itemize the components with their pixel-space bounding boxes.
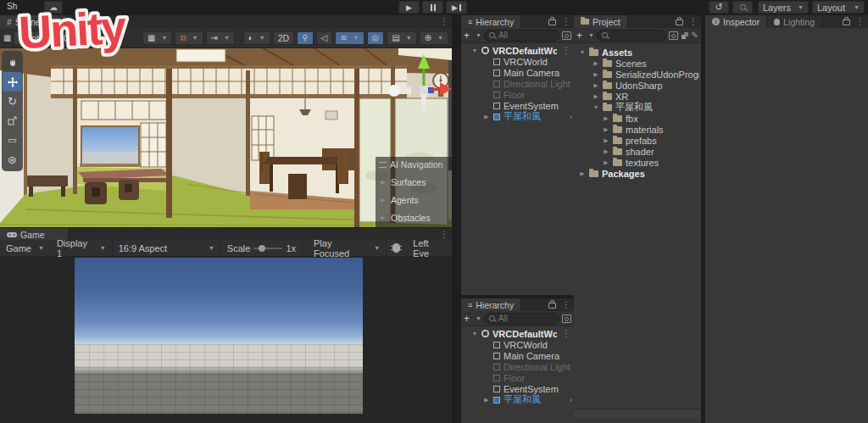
create-button[interactable]: +: [576, 31, 582, 41]
project-folder[interactable]: ▶ SerializedUdonProgra: [574, 69, 701, 80]
foldout-icon[interactable]: ▶: [603, 148, 609, 155]
splitter-vertical[interactable]: [452, 15, 461, 423]
tab-hierarchy[interactable]: ≡ Hierarchy: [461, 15, 521, 28]
rect-tool[interactable]: ▭: [3, 131, 22, 150]
aspect-ratio-dropdown[interactable]: 16:9 Aspect▼: [113, 240, 221, 256]
layout-dropdown[interactable]: Layout▼: [812, 1, 865, 14]
tab-inspector[interactable]: i Inspector: [705, 15, 767, 28]
chevron-down-icon[interactable]: ▼: [476, 315, 481, 321]
scene-audio-toggle[interactable]: ◁: [316, 31, 333, 45]
hierarchy-item-disabled[interactable]: Floor: [461, 89, 574, 100]
scene-visibility-toggle[interactable]: ◎: [367, 31, 385, 45]
undo-history-button[interactable]: ↺: [709, 1, 729, 14]
left-eye-dropdown[interactable]: Left Eye: [407, 240, 452, 256]
layers-dropdown[interactable]: Layers▼: [758, 1, 809, 14]
foldout-icon[interactable]: ▶: [483, 114, 490, 120]
hand-tool[interactable]: [3, 53, 22, 72]
foldout-open-icon[interactable]: ▼: [593, 104, 599, 110]
foldout-icon[interactable]: ▶: [603, 115, 609, 122]
hierarchy-panel-menu[interactable]: ⋮: [559, 298, 574, 311]
display-dropdown[interactable]: Display 1▼: [51, 240, 113, 256]
foldout-icon[interactable]: ▶: [603, 126, 609, 133]
project-folder-root[interactable]: ▼ Assets: [574, 47, 701, 58]
hierarchy-item-disabled[interactable]: Floor: [461, 372, 574, 383]
foldout-icon[interactable]: ▶: [593, 60, 599, 67]
tab-project[interactable]: Project: [574, 15, 628, 28]
ai-nav-agents[interactable]: ▶ Agents: [376, 195, 452, 205]
tab-lighting[interactable]: Lighting: [767, 15, 822, 28]
hierarchy-item-disabled[interactable]: Directional Light: [461, 78, 574, 89]
pivot-toggle-button[interactable]: Pivot▼: [14, 31, 55, 45]
project-folder[interactable]: ▶ textures: [574, 157, 701, 168]
foldout-icon[interactable]: ▶: [603, 137, 609, 144]
move-tool[interactable]: [3, 72, 22, 92]
project-panel-menu[interactable]: ⋮: [686, 15, 701, 28]
hierarchy-item[interactable]: Main Camera: [461, 67, 574, 78]
scene-options-menu[interactable]: ⋮: [560, 46, 572, 55]
scene-options-menu[interactable]: ⋮: [560, 329, 572, 338]
global-toggle-button[interactable]: Global▼: [58, 31, 106, 45]
lock-icon[interactable]: [676, 19, 683, 25]
gizmos-dropdown[interactable]: ⊕▼: [420, 31, 448, 45]
project-folder[interactable]: ▶ shader: [574, 146, 701, 157]
transform-tool[interactable]: ⊛: [3, 150, 22, 170]
prefab-open-arrow[interactable]: ›: [570, 113, 572, 121]
debug-button[interactable]: [387, 240, 407, 256]
lock-icon[interactable]: [548, 19, 556, 25]
project-search-input[interactable]: [597, 30, 666, 42]
lock-icon[interactable]: [548, 303, 556, 309]
scene-orientation-gizmo[interactable]: [377, 50, 452, 118]
hierarchy-item[interactable]: VRCWorld: [461, 56, 574, 67]
hierarchy-panel-menu[interactable]: ⋮: [559, 15, 574, 28]
foldout-icon[interactable]: ▶: [593, 82, 599, 89]
prefab-open-arrow[interactable]: ›: [570, 396, 572, 404]
hierarchy-item-disabled[interactable]: Directional Light: [461, 361, 574, 372]
scale-tool[interactable]: [3, 111, 22, 131]
play-focused-dropdown[interactable]: Play Focused▼: [308, 240, 387, 256]
foldout-open-icon[interactable]: ▼: [471, 331, 478, 337]
shading-mode-dropdown[interactable]: ◐▼: [243, 31, 270, 45]
hierarchy-search-input[interactable]: All: [484, 30, 559, 42]
scene-view[interactable]: ↻ ▭ ⊛: [0, 48, 452, 227]
game-view[interactable]: [0, 257, 452, 423]
slider-knob[interactable]: [259, 245, 265, 252]
project-folder[interactable]: ▶ materials: [574, 124, 701, 135]
hierarchy-search-input[interactable]: All: [484, 313, 559, 325]
inspector-panel-menu[interactable]: ⋮: [853, 15, 868, 28]
snap-increment-button[interactable]: ⧉▼: [175, 31, 203, 45]
cloud-services-button[interactable]: ☁: [44, 1, 63, 14]
camera-settings-dropdown[interactable]: ▤▼: [387, 31, 416, 45]
pause-button[interactable]: [422, 1, 443, 14]
scene-effects-toggle[interactable]: ≋▼: [335, 31, 364, 45]
foldout-icon[interactable]: ▶: [579, 170, 586, 177]
project-folder[interactable]: ▶ fbx: [574, 113, 701, 124]
step-button[interactable]: ▶: [446, 1, 467, 14]
foldout-icon[interactable]: ▶: [603, 159, 609, 166]
project-folder-packages[interactable]: ▶ Packages: [574, 168, 701, 179]
hierarchy-item-prefab[interactable]: ▶ 平屋和風 ›: [461, 111, 574, 122]
scene-row[interactable]: ▼ VRCDefaultWc ⋮: [461, 328, 574, 339]
lock-icon[interactable]: [843, 19, 850, 25]
project-folder[interactable]: ▶ XR: [574, 91, 701, 102]
foldout-icon[interactable]: ▶: [483, 397, 490, 404]
ai-navigation-header[interactable]: AI Navigation: [376, 157, 452, 170]
project-folder[interactable]: ▼ 平屋和風: [574, 102, 701, 113]
packages-visibility-icon[interactable]: [681, 31, 689, 40]
hierarchy-item[interactable]: EventSystem: [461, 100, 574, 111]
hierarchy-item[interactable]: EventSystem: [461, 383, 574, 394]
project-folder[interactable]: ▶ Scenes: [574, 58, 701, 69]
asset-labels-icon[interactable]: ✎: [692, 31, 698, 40]
foldout-icon[interactable]: ▶: [593, 71, 599, 78]
rotate-tool[interactable]: ↻: [3, 92, 22, 111]
ai-nav-obstacles[interactable]: ▶ Obstacles: [376, 213, 452, 223]
scene-row[interactable]: ▼ VRCDefaultWc ⋮: [461, 45, 574, 56]
play-button[interactable]: ▶: [398, 1, 420, 14]
foldout-icon[interactable]: ▶: [593, 93, 599, 100]
foldout-open-icon[interactable]: ▼: [471, 47, 478, 53]
search-window-icon[interactable]: [669, 31, 678, 40]
search-window-icon[interactable]: [562, 31, 571, 40]
create-button[interactable]: +: [464, 31, 470, 41]
tab-hierarchy[interactable]: ≡ Hierarchy: [461, 298, 521, 311]
game-display-target-dropdown[interactable]: Game▼: [0, 240, 51, 256]
global-search-button[interactable]: [732, 1, 753, 14]
